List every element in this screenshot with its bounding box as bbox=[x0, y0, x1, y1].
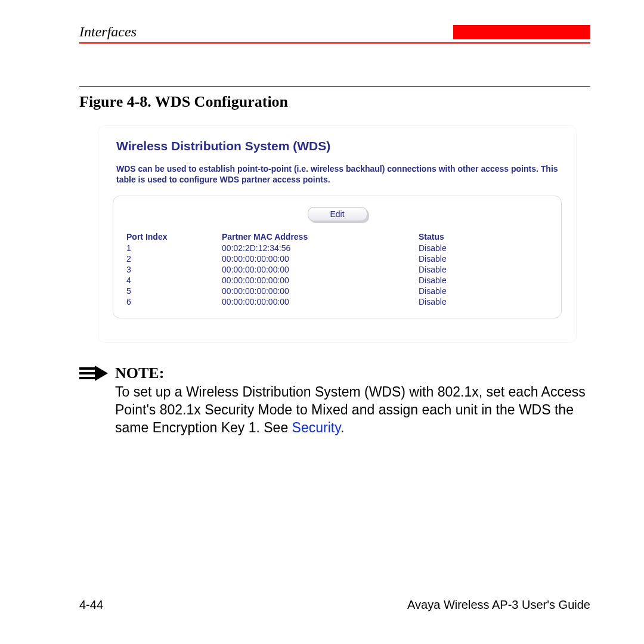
svg-rect-2 bbox=[79, 377, 95, 379]
svg-marker-3 bbox=[95, 366, 108, 381]
cell-port: 6 bbox=[126, 297, 222, 306]
header-accent-bar bbox=[453, 25, 590, 39]
cell-port: 5 bbox=[126, 286, 222, 296]
figure-rule bbox=[79, 86, 590, 87]
col-status-header: Status bbox=[419, 232, 478, 242]
note-body: To set up a Wireless Distribution System… bbox=[115, 383, 590, 437]
table-row: 1 00:02:2D:12:34:56 Disable bbox=[126, 243, 548, 253]
table-row: 4 00:00:00:00:00:00 Disable bbox=[126, 275, 548, 286]
wds-title: Wireless Distribution System (WDS) bbox=[116, 139, 562, 153]
edit-button[interactable]: Edit bbox=[308, 207, 367, 221]
section-title: Interfaces bbox=[79, 24, 137, 40]
cell-status: Disable bbox=[419, 254, 478, 264]
guide-title: Avaya Wireless AP-3 User's Guide bbox=[407, 598, 590, 612]
figure-caption: Figure 4-8. WDS Configuration bbox=[66, 93, 590, 111]
cell-mac: 00:00:00:00:00:00 bbox=[222, 265, 419, 274]
cell-status: Disable bbox=[419, 243, 478, 253]
svg-rect-0 bbox=[79, 367, 95, 370]
cell-port: 4 bbox=[126, 275, 222, 285]
cell-status: Disable bbox=[419, 286, 478, 296]
note-arrow-icon bbox=[79, 364, 115, 437]
edit-button-row: Edit bbox=[126, 207, 548, 221]
col-port-header: Port Index bbox=[126, 232, 222, 242]
col-mac-header: Partner MAC Address bbox=[222, 232, 419, 242]
cell-status: Disable bbox=[419, 275, 478, 285]
note-body-pre: To set up a Wireless Distribution System… bbox=[115, 384, 586, 435]
page-number: 4-44 bbox=[79, 598, 103, 612]
wds-screenshot-panel: Wireless Distribution System (WDS) WDS c… bbox=[98, 125, 577, 343]
note-label: NOTE: bbox=[115, 364, 590, 382]
table-header: Port Index Partner MAC Address Status bbox=[126, 231, 548, 243]
page-header: Interfaces bbox=[66, 24, 590, 40]
header-rule bbox=[79, 42, 590, 44]
page-footer: 4-44 Avaya Wireless AP-3 User's Guide bbox=[79, 598, 590, 612]
cell-port: 2 bbox=[126, 254, 222, 264]
cell-mac: 00:02:2D:12:34:56 bbox=[222, 243, 419, 253]
table-row: 5 00:00:00:00:00:00 Disable bbox=[126, 286, 548, 296]
cell-mac: 00:00:00:00:00:00 bbox=[222, 286, 419, 296]
cell-port: 3 bbox=[126, 265, 222, 274]
cell-status: Disable bbox=[419, 265, 478, 274]
table-row: 6 00:00:00:00:00:00 Disable bbox=[126, 296, 548, 307]
wds-table-panel: Edit Port Index Partner MAC Address Stat… bbox=[113, 196, 562, 318]
cell-status: Disable bbox=[419, 297, 478, 306]
cell-mac: 00:00:00:00:00:00 bbox=[222, 297, 419, 306]
table-row: 3 00:00:00:00:00:00 Disable bbox=[126, 264, 548, 275]
note-block: NOTE: To set up a Wireless Distribution … bbox=[79, 364, 590, 437]
note-text: NOTE: To set up a Wireless Distribution … bbox=[115, 364, 590, 437]
svg-rect-1 bbox=[79, 372, 95, 374]
wds-description: WDS can be used to establish point-to-po… bbox=[116, 164, 558, 185]
wds-table: Port Index Partner MAC Address Status 1 … bbox=[126, 231, 548, 307]
document-page: Interfaces Figure 4-8. WDS Configuration… bbox=[0, 0, 644, 644]
note-body-post: . bbox=[340, 420, 344, 435]
cell-mac: 00:00:00:00:00:00 bbox=[222, 254, 419, 264]
security-link[interactable]: Security bbox=[292, 420, 340, 435]
table-row: 2 00:00:00:00:00:00 Disable bbox=[126, 253, 548, 264]
cell-port: 1 bbox=[126, 243, 222, 253]
cell-mac: 00:00:00:00:00:00 bbox=[222, 275, 419, 285]
